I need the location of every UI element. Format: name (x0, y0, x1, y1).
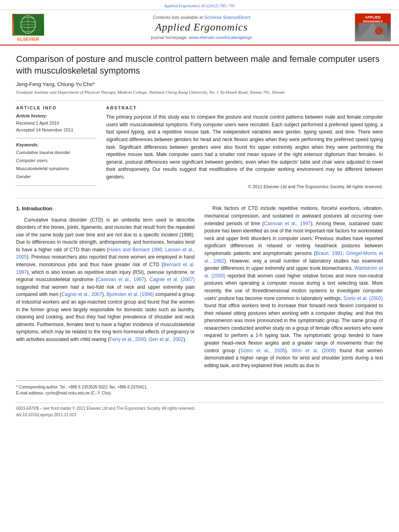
left-divider-2 (16, 185, 97, 186)
article-meta-section: ARTICLE INFO Article history: Received 1… (16, 105, 383, 190)
ref-gerr[interactable]: Gerr et al., 2002 (149, 337, 184, 342)
intro-col2-p1: Risk factors of CTD include repetitive m… (204, 205, 383, 369)
article-info-column: ARTICLE INFO Article history: Received 1… (16, 105, 97, 190)
abstract-label: ABSTRACT (106, 105, 383, 110)
main-content: Comparison of posture and muscle control… (0, 45, 399, 426)
divider-1 (16, 100, 383, 101)
ref-cagnie1[interactable]: Cagnie et al. (2007) (149, 277, 195, 282)
elsevier-logo-image (12, 14, 44, 36)
keyword-item: Gender (16, 173, 97, 181)
keyword-item: Computer users (16, 157, 97, 165)
ref-ferry[interactable]: Ferry et al., 2000 (109, 337, 146, 342)
footnote-star: * Corresponding author. Tel.: +886 6 235… (16, 384, 383, 390)
keyword-item: Musculoskeletal symptoms (16, 165, 97, 173)
top-bar: Applied Ergonomics 43 (2012) 785–791 (0, 0, 399, 10)
ref-szeto2[interactable]: Szeto et al., 2005 (240, 348, 285, 353)
received-date: Received 1 April 2010 (16, 120, 97, 127)
ref-lassen[interactable]: Lassen et al., 2005 (16, 247, 195, 260)
abstract-text: The primary purpose of this study was to… (106, 113, 383, 181)
body-col-right: Risk factors of CTD include repetitive m… (204, 205, 383, 372)
authors: Jeng-Feng Yang, Chiung-Yu Cho* (16, 81, 383, 87)
keywords-group: Keywords: Cumulative trauma disorderComp… (16, 142, 97, 181)
doi-line: doi:10.1016/j.apergo.2011.11.013 (16, 412, 383, 418)
keyword-item: Cumulative trauma disorder (16, 149, 97, 157)
issn-line: 0003-6870/$ – see front matter © 2011 El… (16, 405, 383, 412)
homepage-line: journal homepage: www.elsevier.com/locat… (52, 35, 351, 40)
ref-bjorksten[interactable]: Bjorksten et al. (1996) (107, 292, 154, 297)
body-section: 1. Introduction Cumulative trauma disord… (16, 198, 383, 418)
svg-point-5 (375, 27, 383, 35)
ref-cagnie2[interactable]: Cagnie et al., 2007 (62, 292, 102, 297)
ref-braun[interactable]: Braun, 1991 (316, 251, 343, 256)
journal-header: ELSEVIER Contents lists available at Sci… (0, 10, 399, 45)
journal-homepage-link[interactable]: www.elsevier.com/locate/apergo (189, 35, 252, 40)
applied-logo-bottom: ERGONOMICS (363, 20, 383, 23)
abstract-footer: © 2011 Elsevier Ltd and The Ergonomics S… (106, 184, 383, 189)
ref-griegel[interactable]: Griegel-Morris et al., 1992 (204, 251, 383, 264)
elsevier-logo: ELSEVIER (8, 14, 48, 41)
sciverse-link[interactable]: SciVerse ScienceDirect (204, 15, 250, 20)
keywords-title: Keywords: (16, 142, 97, 147)
body-col-left: 1. Introduction Cumulative trauma disord… (16, 205, 195, 372)
ref-cassvan[interactable]: Cassvan et al., 1997 (97, 277, 144, 282)
accepted-date: Accepted 14 November 2011 (16, 127, 97, 134)
ref-hales-bernard[interactable]: Hales and Bernard 1996 (109, 247, 162, 253)
footnote-area: * Corresponding author. Tel.: +886 6 235… (16, 380, 383, 396)
journal-title: Applied Ergonomics (52, 21, 351, 33)
applied-ergonomics-logo: APPLIED ERGONOMICS (355, 13, 391, 41)
intro-col1-p1: Cumulative trauma disorder (CTD) is an u… (16, 216, 195, 343)
article-history-title: Article history: (16, 113, 97, 118)
abstract-column: ABSTRACT The primary purpose of this stu… (106, 105, 383, 190)
bottom-bar: 0003-6870/$ – see front matter © 2011 El… (16, 403, 383, 418)
ref-cassvan2[interactable]: Cassvan et al., 1997 (264, 221, 311, 226)
article-info-label: ARTICLE INFO (16, 105, 97, 110)
paper-title: Comparison of posture and muscle control… (16, 53, 383, 76)
elsevier-wordmark: ELSEVIER (17, 37, 39, 41)
journal-center-info: Contents lists available at SciVerse Sci… (48, 15, 355, 40)
applied-logo-top: APPLIED (365, 15, 380, 19)
keywords-list: Cumulative trauma disorderComputer users… (16, 149, 97, 181)
ref-szeto1[interactable]: Szeto et al. (2002) (343, 296, 383, 301)
journal-reference: Applied Ergonomics 43 (2012) 785–791 (164, 3, 235, 8)
article-history-group: Article history: Received 1 April 2010 A… (16, 113, 97, 133)
sciverse-line: Contents lists available at SciVerse Sci… (52, 15, 351, 20)
intro-heading: 1. Introduction (16, 205, 195, 213)
affiliation: Graduate Institute and Department of Phy… (16, 90, 383, 94)
left-divider-1 (16, 138, 97, 138)
ref-won[interactable]: Won et al. (2009) (292, 348, 336, 353)
ref-wahlstrom[interactable]: Wahlström et al. (2000) (204, 265, 383, 279)
body-two-col: 1. Introduction Cumulative trauma disord… (16, 205, 383, 372)
ref-bernard[interactable]: Bernard et al. 1997 (16, 262, 195, 275)
footnote-email: E-mail address: cycho@mail.ncku.edu.tw (… (16, 390, 383, 396)
